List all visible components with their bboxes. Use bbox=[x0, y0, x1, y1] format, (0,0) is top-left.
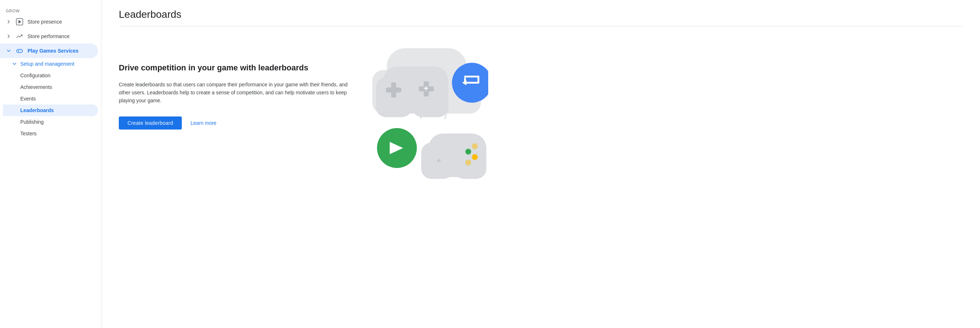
svg-point-28 bbox=[472, 143, 478, 149]
illustration-area: + + bbox=[365, 41, 488, 179]
sidebar-item-store-presence[interactable]: Store presence bbox=[0, 14, 98, 29]
sub-chevron-down-icon bbox=[11, 61, 18, 67]
sidebar-section-grow: Grow bbox=[0, 6, 101, 14]
sub-item-configuration[interactable]: Configuration bbox=[3, 70, 98, 81]
actions-bar: Create leaderboard Learn more bbox=[119, 117, 350, 130]
sub-item-achievements[interactable]: Achievements bbox=[3, 81, 98, 93]
sidebar-item-label-play-games-services: Play Games Services bbox=[27, 48, 79, 54]
gamepad-icon bbox=[16, 47, 23, 54]
sidebar-item-label-store-presence: Store presence bbox=[27, 19, 62, 25]
svg-rect-2 bbox=[17, 50, 22, 53]
svg-text:+: + bbox=[424, 84, 428, 93]
content-description: Create leaderboards so that users can co… bbox=[119, 80, 350, 105]
svg-point-5 bbox=[20, 50, 21, 51]
content-heading: Drive competition in your game with lead… bbox=[119, 63, 350, 73]
svg-point-27 bbox=[472, 154, 478, 160]
svg-point-26 bbox=[465, 149, 471, 155]
sub-item-publishing[interactable]: Publishing bbox=[3, 116, 98, 128]
main-content: Leaderboards Drive competition in your g… bbox=[102, 0, 980, 328]
sub-item-label-leaderboards: Leaderboards bbox=[20, 107, 54, 113]
sidebar-item-label-store-performance: Store performance bbox=[27, 34, 70, 39]
sidebar: Grow Store presence Store performance bbox=[0, 0, 102, 328]
sub-item-leaderboards[interactable]: Leaderboards bbox=[3, 104, 98, 116]
text-section: Drive competition in your game with lead… bbox=[119, 41, 350, 130]
sub-item-testers[interactable]: Testers bbox=[3, 128, 98, 139]
sub-item-label-achievements: Achievements bbox=[20, 84, 52, 90]
create-leaderboard-button[interactable]: Create leaderboard bbox=[119, 117, 182, 130]
sub-item-label-configuration: Configuration bbox=[20, 72, 50, 78]
page-title: Leaderboards bbox=[119, 9, 963, 20]
chevron-down-icon bbox=[6, 48, 11, 54]
sidebar-item-play-games-services[interactable]: Play Games Services bbox=[0, 43, 98, 58]
svg-text:+: + bbox=[436, 156, 441, 165]
sub-item-events[interactable]: Events bbox=[3, 93, 98, 104]
learn-more-link[interactable]: Learn more bbox=[191, 120, 216, 126]
chevron-right-icon bbox=[6, 19, 11, 25]
content-area: Drive competition in your game with lead… bbox=[119, 41, 963, 179]
svg-marker-0 bbox=[19, 20, 21, 24]
sub-menu-header[interactable]: Setup and management bbox=[3, 58, 101, 70]
chevron-right-icon-perf bbox=[6, 34, 11, 39]
divider bbox=[119, 26, 963, 27]
game-controller-illustration: + + bbox=[365, 41, 488, 179]
sub-item-label-publishing: Publishing bbox=[20, 119, 44, 125]
svg-point-6 bbox=[21, 51, 22, 51]
svg-rect-12 bbox=[412, 77, 449, 117]
sub-menu-setup: Setup and management Configuration Achie… bbox=[0, 58, 101, 139]
sub-item-label-events: Events bbox=[20, 96, 36, 102]
play-circle-icon bbox=[16, 18, 23, 26]
sub-item-label-testers: Testers bbox=[20, 131, 37, 136]
svg-point-29 bbox=[465, 160, 471, 165]
svg-rect-14 bbox=[391, 82, 396, 98]
sidebar-item-store-performance[interactable]: Store performance bbox=[0, 29, 98, 43]
trending-up-icon bbox=[16, 33, 23, 40]
sub-menu-header-label: Setup and management bbox=[20, 61, 74, 67]
